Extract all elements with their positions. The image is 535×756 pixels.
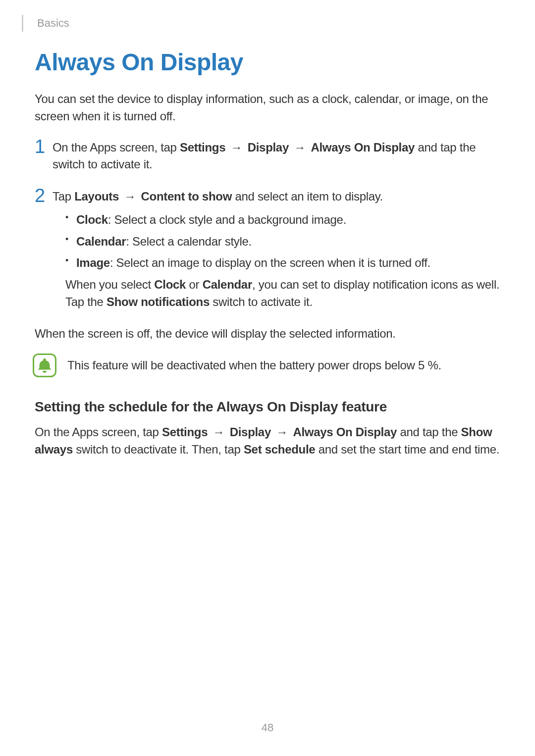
page-title: Always On Display	[35, 49, 500, 76]
page-header: Basics	[22, 15, 69, 32]
step-2-text: Tap Layouts → Content to show and select…	[53, 188, 500, 205]
t: switch to activate it.	[210, 295, 313, 308]
page-content: Always On Display You can set the device…	[35, 49, 500, 458]
step-1-text: On the Apps screen, tap Settings → Displ…	[53, 139, 500, 174]
step-2-subnote: When you select Clock or Calendar, you c…	[65, 276, 500, 311]
bold-aod: Always On Display	[311, 141, 415, 154]
bold-image: Image	[76, 256, 110, 269]
after-steps-text: When the screen is off, the device will …	[35, 325, 500, 343]
bold-clock: Clock	[76, 213, 108, 226]
intro-paragraph: You can set the device to display inform…	[35, 91, 500, 125]
step-1: 1 On the Apps screen, tap Settings → Dis…	[35, 139, 500, 178]
t: When you select	[65, 278, 154, 291]
t: : Select a clock style and a background …	[108, 213, 346, 226]
t: : Select a calendar style.	[126, 235, 252, 248]
bold-display: Display	[230, 425, 271, 439]
bold-settings: Settings	[162, 425, 208, 439]
t: : Select an image to display on the scre…	[110, 256, 430, 269]
arrow-icon: →	[119, 190, 141, 203]
step-1-body: On the Apps screen, tap Settings → Displ…	[53, 139, 500, 178]
t: and set the start time and end time.	[315, 443, 499, 456]
section-label: Basics	[37, 17, 69, 30]
t: switch to deactivate it. Then, tap	[73, 443, 244, 456]
arrow-icon: →	[225, 141, 247, 154]
bold-display: Display	[248, 141, 289, 154]
bold-calendar: Calendar	[76, 235, 126, 248]
subheading-schedule: Setting the schedule for the Always On D…	[35, 399, 500, 415]
t: and tap the	[397, 425, 461, 439]
page-number: 48	[0, 721, 535, 734]
arrow-icon: →	[208, 425, 229, 439]
bold-clock: Clock	[154, 278, 186, 291]
arrow-icon: →	[271, 425, 293, 439]
bell-icon	[33, 353, 56, 377]
note-text: This feature will be deactivated when th…	[67, 357, 441, 374]
bold-settings: Settings	[180, 141, 225, 154]
list-item-image: Image: Select an image to display on the…	[65, 254, 500, 271]
bold-content-to-show: Content to show	[141, 190, 232, 203]
step-number-2: 2	[35, 186, 53, 205]
bold-layouts: Layouts	[74, 190, 119, 203]
content-options-list: Clock: Select a clock style and a backgr…	[65, 211, 500, 271]
bold-show-notifications: Show notifications	[107, 295, 210, 308]
t: or	[186, 278, 202, 291]
bold-aod: Always On Display	[293, 425, 397, 439]
t: Tap	[53, 190, 74, 203]
bold-calendar: Calendar	[203, 278, 252, 291]
list-item-calendar: Calendar: Select a calendar style.	[65, 233, 500, 250]
t: On the Apps screen, tap	[35, 425, 162, 439]
step-number-1: 1	[35, 137, 53, 156]
header-divider	[22, 15, 23, 32]
note-callout: This feature will be deactivated when th…	[35, 353, 500, 377]
t: and select an item to display.	[232, 190, 383, 203]
bold-set-schedule: Set schedule	[244, 443, 315, 456]
step-2: 2 Tap Layouts → Content to show and sele…	[35, 188, 500, 314]
t: On the Apps screen, tap	[53, 141, 180, 154]
list-item-clock: Clock: Select a clock style and a backgr…	[65, 211, 500, 228]
schedule-paragraph: On the Apps screen, tap Settings → Displ…	[35, 424, 500, 458]
step-2-body: Tap Layouts → Content to show and select…	[53, 188, 500, 314]
arrow-icon: →	[289, 141, 311, 154]
